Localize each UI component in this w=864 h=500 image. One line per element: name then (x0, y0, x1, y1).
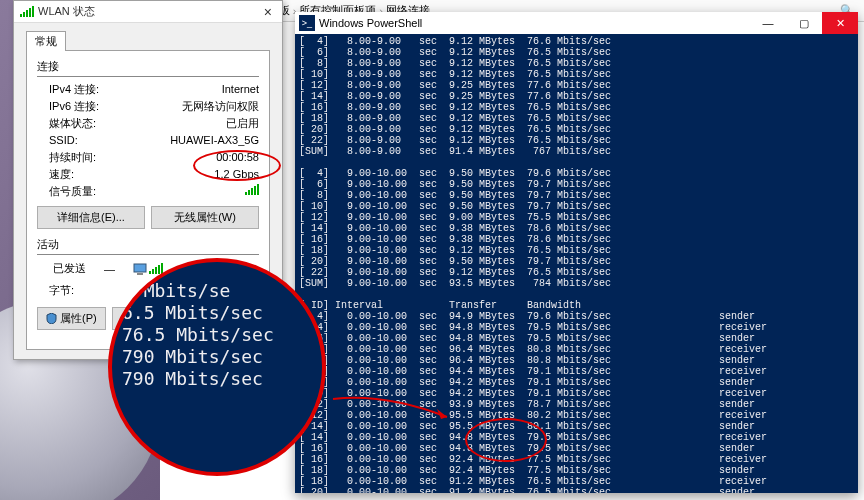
row-value: Internet (222, 81, 259, 98)
powershell-window: >_ Windows PowerShell — ▢ ✕ [ 4] 8.00-9.… (295, 12, 858, 493)
section-connection: 连接 (37, 59, 259, 74)
connection-row: SSID:HUAWEI-AX3_5G (37, 132, 259, 149)
sent-label: 已发送 (53, 261, 86, 276)
row-value: 00:00:58 (216, 149, 259, 166)
dialog-title: WLAN 状态 (38, 4, 95, 19)
bytes-value: 1,861,279,971 (189, 282, 259, 299)
row-label: 媒体状态: (37, 115, 96, 132)
svg-rect-1 (137, 273, 143, 275)
close-button[interactable]: ✕ (822, 12, 858, 34)
shield-icon (46, 313, 57, 324)
svg-rect-0 (134, 264, 146, 272)
row-value: HUAWEI-AX3_5G (170, 132, 259, 149)
bytes-label: 字节: (37, 282, 74, 299)
minimize-button[interactable]: — (750, 12, 786, 34)
row-label: SSID: (37, 132, 78, 149)
section-activity: 活动 (37, 237, 259, 252)
row-value (245, 183, 259, 200)
connection-row: IPv4 连接:Internet (37, 81, 259, 98)
connection-row: IPv6 连接:无网络访问权限 (37, 98, 259, 115)
window-title: Windows PowerShell (319, 17, 422, 29)
row-value: 已启用 (226, 115, 259, 132)
signal-icon (149, 263, 163, 274)
pc-icon (133, 262, 147, 276)
row-label: 信号质量: (37, 183, 96, 200)
row-value: 无网络访问权限 (182, 98, 259, 115)
powershell-titlebar[interactable]: >_ Windows PowerShell — ▢ ✕ (295, 12, 858, 34)
details-button[interactable]: 详细信息(E)... (37, 206, 145, 229)
dash-icon: — (181, 263, 192, 275)
shield-icon (121, 313, 132, 324)
connection-row: 速度:1.2 Gbps (37, 166, 259, 183)
maximize-button[interactable]: ▢ (786, 12, 822, 34)
row-label: 持续时间: (37, 149, 96, 166)
connection-row: 媒体状态:已启用 (37, 115, 259, 132)
close-button[interactable]: × (260, 4, 276, 20)
properties-button[interactable]: 属性(P) (37, 307, 106, 330)
row-label: 速度: (37, 166, 74, 183)
received-label: 已接收 (210, 261, 243, 276)
wireless-props-button[interactable]: 无线属性(W) (151, 206, 259, 229)
activity-graphic: 已发送 — — 已接收 (37, 261, 259, 276)
powershell-output[interactable]: [ 4] 8.00-9.00 sec 9.12 MBytes 76.6 Mbit… (295, 34, 858, 493)
row-label: IPv4 连接: (37, 81, 99, 98)
connection-row: 持续时间:00:00:58 (37, 149, 259, 166)
powershell-icon: >_ (299, 15, 315, 31)
dash-icon: — (104, 263, 115, 275)
connection-row: 信号质量: (37, 183, 259, 200)
wlan-titlebar[interactable]: WLAN 状态 × (14, 1, 282, 23)
row-label: IPv6 连接: (37, 98, 99, 115)
row-value: 1.2 Gbps (214, 166, 259, 183)
tab-pane-general: 连接 IPv4 连接:InternetIPv6 连接:无网络访问权限媒体状态:已… (26, 50, 270, 350)
tab-general[interactable]: 常规 (26, 31, 66, 51)
disable-button[interactable]: 禁 (112, 307, 155, 330)
wlan-status-dialog: WLAN 状态 × 常规 连接 IPv4 连接:InternetIPv6 连接:… (13, 0, 283, 360)
signal-icon (20, 6, 34, 17)
